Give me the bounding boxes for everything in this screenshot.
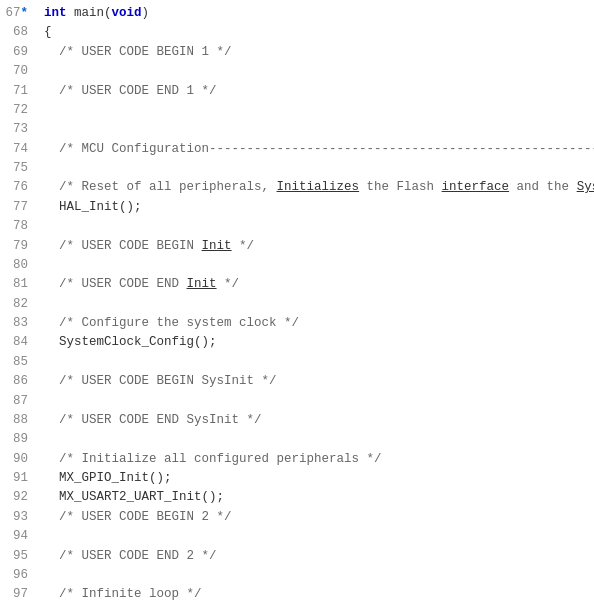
- line-num-92: 92: [4, 488, 28, 507]
- line-num-85: 85: [4, 353, 28, 372]
- code-line-88: /* USER CODE END SysInit */: [44, 411, 594, 430]
- line-num-84: 84: [4, 333, 28, 352]
- code-line-90: /* Initialize all configured peripherals…: [44, 450, 594, 469]
- code-line-81: /* USER CODE END Init */: [44, 275, 594, 294]
- line-num-74: 74: [4, 140, 28, 159]
- line-num-96: 96: [4, 566, 28, 585]
- code-line-94: [44, 527, 594, 546]
- line-num-97: 97: [4, 585, 28, 600]
- code-line-79: /* USER CODE BEGIN Init */: [44, 237, 594, 256]
- code-editor: 67* 68 69 70 71 72 73 74 75 76 77 78 79 …: [0, 0, 594, 600]
- code-line-84: SystemClock_Config();: [44, 333, 594, 352]
- line-num-70: 70: [4, 62, 28, 81]
- code-line-97: /* Infinite loop */: [44, 585, 594, 600]
- line-num-68: 68: [4, 23, 28, 42]
- code-line-69: /* USER CODE BEGIN 1 */: [44, 43, 594, 62]
- line-num-94: 94: [4, 527, 28, 546]
- code-line-76: /* Reset of all peripherals, Initializes…: [44, 178, 594, 197]
- line-num-80: 80: [4, 256, 28, 275]
- code-lines: int main(void) { /* USER CODE BEGIN 1 */…: [36, 0, 594, 600]
- code-line-70: [44, 62, 594, 81]
- line-num-81: 81: [4, 275, 28, 294]
- line-num-72: 72: [4, 101, 28, 120]
- line-num-95: 95: [4, 547, 28, 566]
- code-line-82: [44, 295, 594, 314]
- code-line-89: [44, 430, 594, 449]
- line-numbers: 67* 68 69 70 71 72 73 74 75 76 77 78 79 …: [0, 0, 36, 600]
- line-num-76: 76: [4, 178, 28, 197]
- code-content: 67* 68 69 70 71 72 73 74 75 76 77 78 79 …: [0, 0, 594, 600]
- code-line-93: /* USER CODE BEGIN 2 */: [44, 508, 594, 527]
- code-line-78: [44, 217, 594, 236]
- line-num-69: 69: [4, 43, 28, 62]
- code-line-68: {: [44, 23, 594, 42]
- line-num-88: 88: [4, 411, 28, 430]
- code-line-77: HAL_Init();: [44, 198, 594, 217]
- line-num-73: 73: [4, 120, 28, 139]
- line-num-83: 83: [4, 314, 28, 333]
- code-line-86: /* USER CODE BEGIN SysInit */: [44, 372, 594, 391]
- code-line-85: [44, 353, 594, 372]
- code-line-74: /* MCU Configuration--------------------…: [44, 140, 594, 159]
- code-line-73: [44, 120, 594, 139]
- code-line-83: /* Configure the system clock */: [44, 314, 594, 333]
- code-line-91: MX_GPIO_Init();: [44, 469, 594, 488]
- line-num-87: 87: [4, 392, 28, 411]
- line-num-89: 89: [4, 430, 28, 449]
- code-line-87: [44, 392, 594, 411]
- line-num-82: 82: [4, 295, 28, 314]
- line-num-90: 90: [4, 450, 28, 469]
- code-line-95: /* USER CODE END 2 */: [44, 547, 594, 566]
- line-num-91: 91: [4, 469, 28, 488]
- line-num-78: 78: [4, 217, 28, 236]
- code-line-67: int main(void): [44, 4, 594, 23]
- line-num-79: 79: [4, 237, 28, 256]
- code-line-80: [44, 256, 594, 275]
- line-num-77: 77: [4, 198, 28, 217]
- line-num-67: 67*: [4, 4, 28, 23]
- code-line-71: /* USER CODE END 1 */: [44, 82, 594, 101]
- code-line-92: MX_USART2_UART_Init();: [44, 488, 594, 507]
- code-line-75: [44, 159, 594, 178]
- line-num-71: 71: [4, 82, 28, 101]
- code-line-96: [44, 566, 594, 585]
- line-num-75: 75: [4, 159, 28, 178]
- code-line-72: [44, 101, 594, 120]
- line-num-93: 93: [4, 508, 28, 527]
- line-num-86: 86: [4, 372, 28, 391]
